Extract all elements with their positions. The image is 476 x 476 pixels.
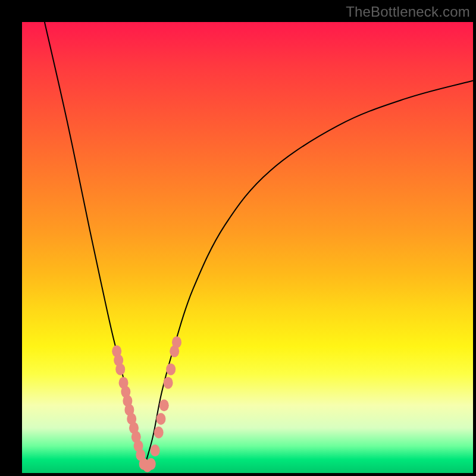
chart-frame: TheBottleneck.com: [0, 0, 476, 476]
watermark-text: TheBottleneck.com: [346, 4, 470, 20]
right-curve: [144, 81, 473, 469]
data-point: [151, 444, 160, 456]
data-point: [166, 364, 176, 375]
data-point: [115, 364, 125, 375]
data-point: [154, 427, 164, 439]
chart-svg: [22, 22, 473, 473]
data-point: [146, 458, 156, 470]
data-point: [159, 399, 169, 411]
data-point: [172, 336, 181, 348]
data-point: [156, 413, 165, 425]
data-point: [164, 377, 173, 389]
plot-area: [22, 22, 473, 473]
